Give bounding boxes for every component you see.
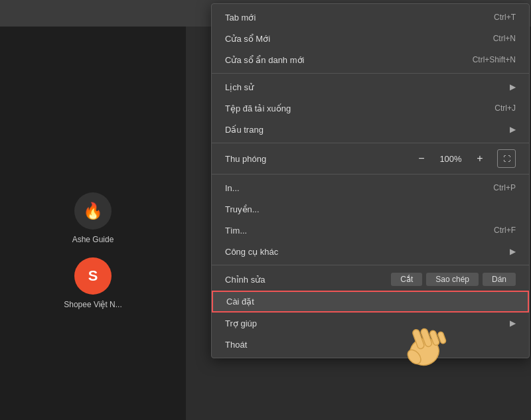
separator-4 <box>212 265 529 265</box>
zoom-percent: 100% <box>437 154 464 164</box>
menu-item-find[interactable]: Tìm... Ctrl+F <box>212 220 529 241</box>
zoom-plus-button[interactable]: + <box>471 149 489 168</box>
cut-button[interactable]: Cắt <box>391 273 422 286</box>
menu-item-print[interactable]: In... Ctrl+P <box>212 177 529 198</box>
ashe-label: Ashe Guide <box>72 235 114 244</box>
menu-item-settings[interactable]: Cài đặt <box>212 291 529 313</box>
context-menu: Tab mới Ctrl+T Cửa sổ Mới Ctrl+N Cửa sổ … <box>211 3 530 358</box>
shopee-icon: S <box>74 257 112 295</box>
menu-item-downloads[interactable]: Tệp đã tải xuống Ctrl+J <box>212 98 529 119</box>
menu-item-bookmarks[interactable]: Dấu trang ▶ <box>212 119 529 140</box>
separator-1 <box>212 73 529 74</box>
shopee-label: Shopee Việt N... <box>64 300 122 309</box>
bookmark-shopee[interactable]: S Shopee Việt N... <box>64 257 122 309</box>
menu-item-exit[interactable]: Thoát <box>212 334 529 355</box>
menu-item-cast[interactable]: Truyền... <box>212 198 529 220</box>
separator-3 <box>212 174 529 175</box>
page-background: 🔥 Ashe Guide S Shopee Việt N... <box>0 27 186 420</box>
ashe-icon: 🔥 <box>74 192 112 230</box>
menu-item-new-tab[interactable]: Tab mới Ctrl+T <box>212 7 529 28</box>
menu-item-more-tools[interactable]: Công cụ khác ▶ <box>212 241 529 262</box>
edit-row: Chỉnh sửa Cắt Sao chép Dán <box>212 268 529 291</box>
menu-item-history[interactable]: Lịch sử ▶ <box>212 76 529 98</box>
separator-2 <box>212 143 529 143</box>
bookmark-ashe[interactable]: 🔥 Ashe Guide <box>72 192 114 244</box>
zoom-row: Thu phóng − 100% + ⛶ <box>212 146 529 171</box>
zoom-fullscreen-button[interactable]: ⛶ <box>497 149 516 168</box>
menu-item-help[interactable]: Trợ giúp ▶ <box>212 313 529 334</box>
copy-button[interactable]: Sao chép <box>426 273 479 286</box>
edit-buttons: Cắt Sao chép Dán <box>391 273 516 286</box>
menu-item-new-window[interactable]: Cửa sổ Mới Ctrl+N <box>212 28 529 49</box>
paste-button[interactable]: Dán <box>483 273 516 286</box>
zoom-minus-button[interactable]: − <box>412 149 431 168</box>
menu-item-incognito[interactable]: Cửa sổ ẩn danh mới Ctrl+Shift+N <box>212 49 529 70</box>
